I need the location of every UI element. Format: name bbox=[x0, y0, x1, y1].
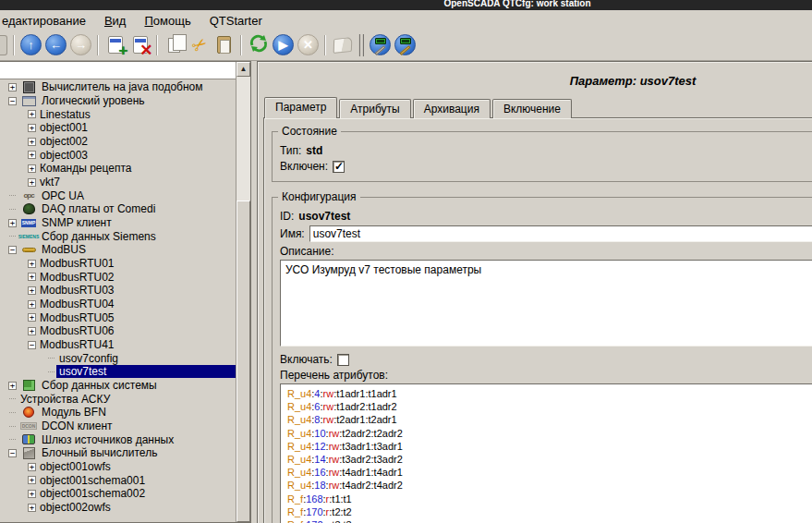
expand-icon[interactable]: + bbox=[28, 273, 36, 281]
tree-item[interactable]: +ModbusRTU03 bbox=[0, 284, 236, 298]
clipped-toolbar-icon[interactable] bbox=[0, 35, 7, 55]
tree-item[interactable]: −ModbusRTU41 bbox=[0, 338, 236, 352]
attribute-row[interactable]: R_u4:16:rw:t4adr1:t4adr1 bbox=[287, 467, 812, 480]
tree-item[interactable]: usov7test bbox=[0, 365, 236, 379]
add-item-button[interactable]: + bbox=[103, 32, 127, 57]
tree-item[interactable]: +ModbusRTU05 bbox=[0, 310, 236, 324]
tree-item[interactable]: +ModbusRTU04 bbox=[0, 298, 236, 311]
expand-icon[interactable]: + bbox=[28, 138, 36, 146]
manual-button[interactable] bbox=[330, 32, 355, 57]
cut-button[interactable]: ✂ bbox=[187, 32, 212, 57]
attribute-row[interactable]: R_u4:10:rw:t2adr2:t2adr2 bbox=[287, 428, 812, 441]
attribute-row[interactable]: R_f:168:r:t1:t1 bbox=[287, 493, 812, 506]
expand-icon[interactable]: + bbox=[28, 300, 36, 309]
attribute-row[interactable]: R_f:172:r:t3:t3 bbox=[287, 519, 812, 523]
attribute-row[interactable]: R_f:170:r:t2:t2 bbox=[287, 506, 812, 519]
tree-item[interactable]: −Логический уровень bbox=[0, 94, 236, 108]
tree-item[interactable]: Модуль BFN bbox=[0, 406, 236, 420]
expand-icon[interactable]: + bbox=[28, 313, 36, 322]
expand-icon[interactable]: + bbox=[28, 164, 36, 173]
attribute-row[interactable]: R_u4:14:rw:t3adr2:t3adr2 bbox=[287, 454, 812, 467]
scroll-thumb[interactable] bbox=[236, 201, 250, 522]
tab-archiving[interactable]: Архивация bbox=[413, 99, 491, 118]
tree-item[interactable]: +Сбор данных системы bbox=[0, 379, 236, 393]
tree-item[interactable]: +object001schema002 bbox=[0, 487, 236, 501]
start-button[interactable]: ▶ bbox=[271, 32, 296, 57]
tree-item[interactable]: +ModbusRTU01 bbox=[0, 257, 236, 271]
expand-icon[interactable]: + bbox=[28, 124, 36, 132]
attribute-row[interactable]: R_u4:6:rw:t1adr2:t1adr2 bbox=[287, 401, 812, 414]
enabled-checkbox[interactable] bbox=[333, 161, 345, 173]
tree-item[interactable]: +object002 bbox=[0, 135, 236, 149]
tab-parameter[interactable]: Параметр bbox=[264, 97, 337, 118]
tree-item[interactable]: +ModbusRTU02 bbox=[0, 270, 236, 284]
tab-enable[interactable]: Включение bbox=[492, 99, 572, 118]
menu-view[interactable]: Вид bbox=[95, 11, 136, 30]
expand-icon[interactable]: + bbox=[28, 490, 36, 498]
tree-item[interactable]: Устройства АСКУ bbox=[0, 392, 236, 406]
collapse-icon[interactable]: − bbox=[8, 97, 17, 105]
tree-item[interactable]: opcOPC UA bbox=[0, 189, 236, 202]
expand-icon[interactable]: + bbox=[8, 219, 17, 227]
tree-item[interactable]: +object001owfs bbox=[0, 460, 236, 474]
attribute-segment: :t3:t3 bbox=[329, 519, 351, 523]
expand-icon[interactable]: + bbox=[8, 382, 17, 390]
tree-item[interactable]: +Команды рецепта bbox=[0, 162, 236, 176]
expand-icon[interactable]: + bbox=[28, 327, 36, 335]
back-button[interactable]: ← bbox=[43, 32, 68, 57]
tab-attributes[interactable]: Атрибуты bbox=[339, 99, 410, 118]
name-input[interactable] bbox=[309, 225, 812, 242]
menu-help[interactable]: Помощь bbox=[135, 11, 200, 30]
forward-button[interactable]: → bbox=[68, 32, 93, 57]
tree-item[interactable]: SIEMENSСбор данных Siemens bbox=[0, 229, 236, 243]
stop-icon: ✕ bbox=[297, 34, 319, 55]
tree-item[interactable]: +SNMPSNMP клиент bbox=[0, 216, 236, 230]
tree-item[interactable]: DAQ платы от Comedi bbox=[0, 202, 236, 216]
paste-button[interactable] bbox=[212, 32, 236, 57]
collapse-icon[interactable]: − bbox=[8, 449, 17, 457]
tree-item[interactable]: +object001 bbox=[0, 121, 236, 135]
expand-icon[interactable]: + bbox=[28, 151, 36, 159]
tree-item[interactable]: −Блочный вычислитель bbox=[0, 446, 236, 460]
expand-icon[interactable]: + bbox=[28, 504, 36, 512]
attribute-list[interactable]: R_u4:4:rw:t1adr1:t1adr1R_u4:6:rw:t1adr2:… bbox=[280, 383, 812, 523]
tree-item[interactable]: DCONDCON клиент bbox=[0, 420, 236, 433]
attribute-row[interactable]: R_u4:8:rw:t2adr1:t2adr1 bbox=[287, 414, 812, 427]
expand-icon[interactable]: + bbox=[28, 463, 36, 471]
tree-item[interactable]: usov7config bbox=[0, 351, 236, 365]
reload-button[interactable] bbox=[246, 32, 271, 57]
expand-icon[interactable]: + bbox=[28, 476, 36, 484]
tree-item[interactable]: +Linestatus bbox=[0, 107, 236, 121]
attribute-row[interactable]: R_u4:12:rw:t3adr1:t3adr1 bbox=[287, 441, 812, 454]
menu-edit[interactable]: едактирование bbox=[0, 11, 95, 30]
expand-icon[interactable]: + bbox=[28, 110, 36, 118]
tree-item[interactable]: +object001schema001 bbox=[0, 473, 236, 487]
copy-button[interactable] bbox=[162, 32, 187, 57]
tree-item[interactable]: +Вычислитель на java подобном bbox=[0, 80, 236, 94]
expand-icon[interactable]: + bbox=[8, 83, 17, 91]
tree-item[interactable]: Шлюз источников данных bbox=[0, 432, 236, 446]
attribute-row[interactable]: R_u4:18:rw:t4adr2:t4adr2 bbox=[287, 480, 812, 493]
tree-item[interactable]: +object002owfs bbox=[0, 501, 236, 515]
attribute-row[interactable]: R_u4:4:rw:t1adr1:t1adr1 bbox=[287, 388, 812, 401]
collapse-icon[interactable]: − bbox=[28, 341, 36, 349]
collapse-icon[interactable]: − bbox=[8, 246, 17, 254]
toolbar-handle[interactable] bbox=[358, 34, 364, 56]
qtstarter-dev-button[interactable] bbox=[393, 32, 418, 57]
qtstarter-config-button[interactable] bbox=[368, 32, 393, 57]
remove-item-button[interactable]: ✕ bbox=[127, 32, 152, 57]
tree-item[interactable]: +object003 bbox=[0, 148, 236, 162]
expand-icon[interactable]: + bbox=[28, 286, 36, 295]
stop-button[interactable]: ✕ bbox=[296, 32, 321, 57]
expand-icon[interactable]: + bbox=[28, 178, 36, 187]
tree-item[interactable]: +vkt7 bbox=[0, 176, 236, 189]
description-textarea[interactable]: УСО Изумруд v7 тестовые параметры bbox=[280, 260, 812, 347]
menu-qtstarter[interactable]: QTStarter bbox=[200, 11, 272, 30]
tree-vertical-scrollbar[interactable]: ▲ bbox=[236, 62, 250, 522]
tree-item[interactable]: +ModbusRTU06 bbox=[0, 324, 236, 338]
include-checkbox[interactable] bbox=[337, 354, 349, 366]
scroll-up-button[interactable]: ▲ bbox=[236, 62, 250, 77]
tree-item[interactable]: −ModBUS bbox=[0, 243, 236, 257]
up-button[interactable]: ↑ bbox=[18, 32, 43, 57]
expand-icon[interactable]: + bbox=[28, 260, 36, 268]
